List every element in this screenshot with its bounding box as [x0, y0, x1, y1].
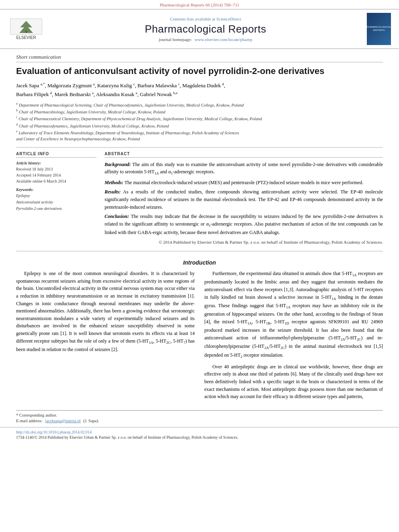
svg-rect-2	[25, 31, 27, 33]
email-link[interactable]: jaceksapa@interia.pl	[45, 419, 80, 423]
abstract-results: Results: As a results of the conducted s…	[105, 188, 383, 211]
divider-1	[16, 147, 383, 148]
keywords-section: Keywords: Epilepsy Anticonvulsant activi…	[16, 187, 97, 212]
header-center: Contents lists available at ScienceDirec…	[44, 16, 367, 42]
journal-homepage: journal homepage: www.elsevier.com/locat…	[44, 37, 367, 42]
authors: Jacek Sapa a,*, Małgorzata Zygmunt a, Ka…	[16, 81, 383, 99]
body-section: Introduction Epilepsy is one of the most…	[16, 259, 383, 404]
results-text: As a results of the conducted studies, t…	[105, 189, 383, 210]
methods-label: Methods:	[105, 180, 123, 185]
abstract-background: Background: The aim of this study was to…	[105, 161, 383, 177]
homepage-url[interactable]: www.elsevier.com/locate/pharep	[195, 37, 252, 42]
abstract-col: ABSTRACT Background: The aim of this stu…	[105, 152, 383, 245]
conclusion-label: Conclusion:	[105, 214, 129, 219]
journal-cover-image: PHARMACOLOGICALREPORTS	[367, 13, 391, 45]
divider-2	[16, 251, 383, 251]
top-link-bar: Pharmacological Reports 66 (2014) 708–71…	[0, 0, 399, 9]
intro-para-2: Furthermore, the experimental data obtai…	[204, 270, 383, 360]
article-info-col: ARTICLE INFO Article history: Received 1…	[16, 152, 97, 245]
abstract-methods: Methods: The maximal electroshock-induce…	[105, 179, 383, 187]
keyword-1: Epilepsy	[16, 193, 97, 199]
article-type: Short communication	[16, 54, 383, 62]
background-text: The aim of this study was to examine the…	[105, 162, 383, 175]
abstract-text: Background: The aim of this study was to…	[105, 161, 383, 245]
keywords-label: Keywords:	[16, 187, 97, 192]
elsevier-logo-image	[10, 18, 42, 35]
intro-para-1: Epilepsy is one of the most common neuro…	[16, 270, 195, 353]
keyword-2: Anticonvulsant activity	[16, 199, 97, 205]
keyword-3: Pyrrolidin-2-one derivatives	[16, 205, 97, 212]
main-content: Short communication Evaluation of antico…	[0, 49, 399, 423]
results-label: Results:	[105, 189, 121, 195]
article-title: Evaluation of anticonvulsant activity of…	[16, 66, 383, 77]
conclusion-text: The results may indicate that the decrea…	[105, 214, 383, 235]
accepted-date: Accepted 14 February 2014	[16, 172, 97, 178]
article-info-label: ARTICLE INFO	[16, 152, 97, 158]
sciencedirect-link[interactable]: Contents lists available at ScienceDirec…	[44, 16, 367, 21]
abstract-label: ABSTRACT	[105, 152, 383, 158]
received-date: Received 18 July 2013	[16, 166, 97, 172]
bottom-bar: http://dx.doi.org/10.1016/j.pharep.2014.…	[0, 427, 399, 442]
corresponding-note: * Corresponding author.	[16, 413, 383, 417]
affiliations: a Department of Pharmacological Screenin…	[16, 101, 383, 142]
page-container: Pharmacological Reports 66 (2014) 708–71…	[0, 0, 399, 442]
methods-text: The maximal electroshock-induced seizure…	[124, 180, 363, 185]
article-history: Article history: Received 18 July 2013 A…	[16, 161, 97, 184]
journal-ref-link[interactable]: Pharmacological Reports 66 (2014) 708–71…	[160, 2, 239, 7]
journal-title: Pharmacological Reports	[44, 23, 367, 35]
abstract-copyright: © 2014 Published by Elsevier Urban & Par…	[105, 239, 383, 246]
history-label: Article history:	[16, 161, 97, 165]
intro-para-3: Over 40 antiepileptic drugs are in clini…	[204, 363, 383, 401]
elsevier-logo-area: ELSEVIER	[8, 18, 44, 40]
email-label: E-mail address:	[16, 419, 43, 423]
article-info-abstract-cols: ARTICLE INFO Article history: Received 1…	[16, 152, 383, 245]
issn-text: 1734-1140/© 2014 Published by Elsevier U…	[16, 435, 383, 440]
intro-two-col: Epilepsy is one of the most common neuro…	[16, 270, 383, 404]
homepage-label: journal homepage:	[159, 37, 192, 42]
abstract-conclusion: Conclusion: The results may indicate tha…	[105, 213, 383, 236]
background-label: Background:	[105, 162, 131, 167]
introduction-title: Introduction	[16, 259, 383, 266]
email-note: E-mail address: jaceksapa@interia.pl (J.…	[16, 419, 383, 423]
elsevier-text: ELSEVIER	[16, 35, 36, 40]
email-name: (J. Sapa).	[83, 419, 99, 423]
intro-col-right: Furthermore, the experimental data obtai…	[204, 270, 383, 404]
header: ELSEVIER Contents lists available at Sci…	[0, 9, 399, 49]
footnote-area: * Corresponding author. E-mail address: …	[16, 410, 383, 423]
available-date: Available online 6 March 2014	[16, 178, 97, 184]
intro-col-left: Epilepsy is one of the most common neuro…	[16, 270, 195, 404]
doi-link[interactable]: http://dx.doi.org/10.1016/j.pharep.2014.…	[16, 430, 92, 434]
